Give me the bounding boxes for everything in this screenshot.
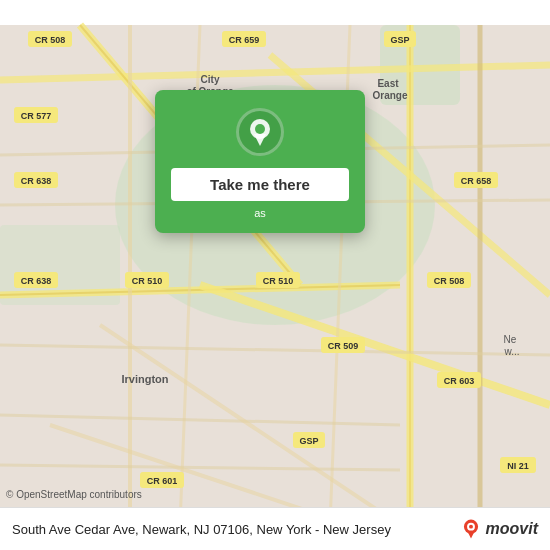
map-container: CR 659 CR 508 GSP CR 577 City of Orange …: [0, 0, 550, 550]
svg-point-66: [469, 525, 473, 529]
map-svg: CR 659 CR 508 GSP CR 577 City of Orange …: [0, 0, 550, 550]
svg-text:CR 510: CR 510: [132, 276, 163, 286]
svg-text:Ne: Ne: [504, 334, 517, 345]
svg-text:GSP: GSP: [390, 35, 409, 45]
svg-point-62: [255, 124, 265, 134]
svg-text:w...: w...: [503, 346, 519, 357]
moovit-pin-icon: [460, 518, 482, 540]
moovit-logo: moovit: [460, 518, 538, 540]
svg-text:NI 21: NI 21: [507, 461, 529, 471]
svg-text:CR 508: CR 508: [35, 35, 66, 45]
take-me-there-button[interactable]: Take me there: [171, 168, 349, 201]
bottom-bar: South Ave Cedar Ave, Newark, NJ 07106, N…: [0, 507, 550, 550]
svg-marker-63: [254, 134, 266, 146]
svg-text:CR 659: CR 659: [229, 35, 260, 45]
svg-text:CR 638: CR 638: [21, 176, 52, 186]
openstreetmap-credit: © OpenStreetMap contributors: [6, 489, 142, 500]
location-icon-wrapper: [236, 108, 284, 156]
bottom-address: South Ave Cedar Ave, Newark, NJ 07106, N…: [12, 522, 450, 537]
copyright-symbol: ©: [6, 489, 13, 500]
svg-text:CR 510: CR 510: [263, 276, 294, 286]
destination-label: as: [254, 207, 266, 219]
svg-marker-67: [467, 532, 473, 538]
moovit-text: moovit: [486, 520, 538, 538]
svg-text:Irvington: Irvington: [121, 373, 168, 385]
svg-text:CR 638: CR 638: [21, 276, 52, 286]
svg-text:CR 509: CR 509: [328, 341, 359, 351]
bottom-text-area: South Ave Cedar Ave, Newark, NJ 07106, N…: [12, 522, 450, 537]
contributors-text: contributors: [90, 489, 142, 500]
openstreetmap-link[interactable]: OpenStreetMap: [16, 489, 87, 500]
svg-text:GSP: GSP: [299, 436, 318, 446]
svg-text:East: East: [377, 78, 399, 89]
svg-text:Orange: Orange: [372, 90, 407, 101]
svg-text:CR 658: CR 658: [461, 176, 492, 186]
svg-text:CR 603: CR 603: [444, 376, 475, 386]
svg-text:CR 601: CR 601: [147, 476, 178, 486]
svg-text:CR 508: CR 508: [434, 276, 465, 286]
location-card: Take me there as: [155, 90, 365, 233]
svg-text:CR 577: CR 577: [21, 111, 52, 121]
location-pin-icon: [246, 116, 274, 148]
svg-text:City: City: [201, 74, 220, 85]
